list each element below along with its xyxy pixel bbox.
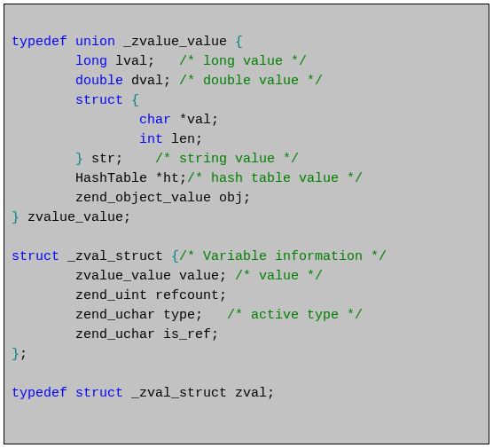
identifier: _zval_struct zval; [123,386,275,401]
identifier: zend_object_value obj; [75,191,251,206]
keyword: struct [75,93,123,108]
keyword: char [139,113,171,128]
identifier: _zvalue_value [115,35,235,50]
comment: /* active type */ [227,308,363,323]
identifier: zvalue_value value; [75,269,235,284]
brace: } [12,210,20,225]
keyword: struct [12,249,59,264]
comment: /* string value */ [155,152,299,167]
identifier: zend_uint refcount; [75,288,227,303]
space [123,93,131,108]
brace: { [235,35,243,50]
identifier: dval; [123,74,179,89]
brace: { [131,93,139,108]
comment: /* Variable information */ [179,249,387,264]
keyword: int [139,132,163,147]
keyword: struct [75,386,123,401]
identifier: _zval_struct [59,249,171,264]
keyword: typedef [12,35,67,50]
comment: /* long value */ [179,54,307,69]
code-panel: typedef union _zvalue_value { long lval;… [4,4,489,444]
comment: /* hash table value */ [187,171,363,186]
comment: /* double value */ [179,74,323,89]
brace: } [12,347,20,362]
identifier: zend_uchar type; [75,308,227,323]
keyword: double [75,74,123,89]
identifier: zvalue_value; [20,210,131,225]
identifier: lval; [107,54,179,69]
brace: } [75,152,83,167]
brace: { [171,249,179,264]
semicolon: ; [20,347,27,362]
identifier: HashTable *ht; [75,171,187,186]
identifier: *val; [171,113,219,128]
comment: /* value */ [235,269,323,284]
identifier: zend_uchar is_ref; [75,327,219,342]
identifier: len; [163,132,203,147]
keyword: typedef [12,386,67,401]
keyword: union [75,35,115,50]
identifier: str; [83,152,155,167]
keyword: long [75,54,107,69]
